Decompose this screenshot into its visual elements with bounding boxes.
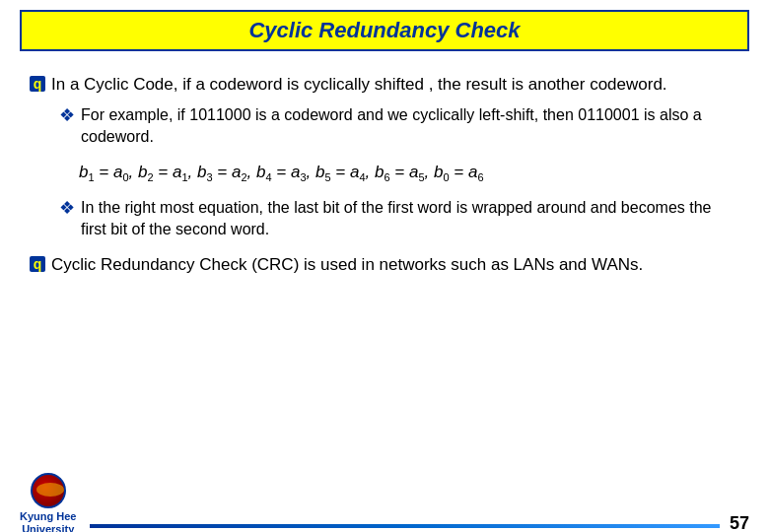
footer-logo: Kyung Hee University [20, 473, 76, 532]
title-bar: Cyclic Redundancy Check [20, 10, 749, 51]
main-bullet-2-text: Cyclic Redundancy Check (CRC) is used in… [51, 253, 643, 277]
sub-bullet-1-text: For example, if 1011000 is a codeword an… [81, 104, 739, 149]
footer: Kyung Hee University 57 [0, 473, 769, 532]
equation-block: b1 = a0, b2 = a1, b3 = a2, b4 = a3, b5 =… [79, 163, 739, 183]
slide-content: q In a Cyclic Code, if a codeword is cyc… [0, 51, 769, 277]
sub-bullet-1-icon: ❖ [59, 104, 75, 127]
slide: Cyclic Redundancy Check q In a Cyclic Co… [0, 10, 769, 532]
university-name-line2: University [22, 523, 74, 532]
slide-title: Cyclic Redundancy Check [248, 18, 520, 42]
main-bullet-1-text: In a Cyclic Code, if a codeword is cycli… [51, 73, 667, 97]
main-bullet-1: q In a Cyclic Code, if a codeword is cyc… [30, 73, 739, 97]
sub-bullet-1: ❖ For example, if 1011000 is a codeword … [59, 104, 739, 149]
equation-text: b1 = a0, b2 = a1, b3 = a2, b4 = a3, b5 =… [79, 163, 484, 181]
university-logo [31, 473, 66, 508]
sub-bullet-2-text: In the right most equation, the last bit… [81, 197, 739, 241]
main-bullet-2: q Cyclic Redundancy Check (CRC) is used … [30, 253, 739, 277]
footer-line-container [90, 524, 720, 532]
main-bullet-2-icon: q [30, 256, 45, 272]
sub-bullet-2-icon: ❖ [59, 197, 75, 220]
university-name-line1: Kyung Hee [20, 510, 76, 523]
page-number: 57 [730, 513, 749, 532]
main-bullet-1-icon: q [30, 76, 45, 92]
sub-bullet-2: ❖ In the right most equation, the last b… [59, 197, 739, 241]
footer-line [90, 524, 720, 528]
